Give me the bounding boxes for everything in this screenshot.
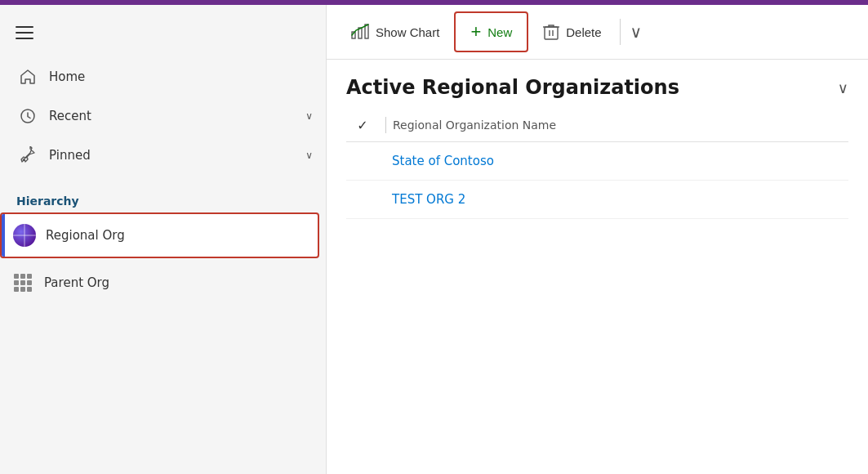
section-divider xyxy=(0,175,326,188)
show-chart-button[interactable]: Show Chart xyxy=(340,17,451,47)
regional-org-label: Regional Org xyxy=(46,228,125,243)
table-row[interactable]: TEST ORG 2 xyxy=(346,181,848,219)
column-separator xyxy=(385,117,386,133)
checkmark-icon: ✓ xyxy=(357,118,367,133)
chart-icon xyxy=(351,24,369,40)
header-check: ✓ xyxy=(346,118,379,133)
plus-icon: + xyxy=(470,21,481,42)
delete-button[interactable]: Delete xyxy=(532,16,612,47)
hamburger-line-3 xyxy=(16,38,33,39)
sidebar-item-home-label: Home xyxy=(49,69,313,84)
svg-rect-5 xyxy=(545,27,558,39)
hamburger-line-1 xyxy=(16,26,33,28)
page-title-chevron-icon[interactable]: ∨ xyxy=(838,79,848,96)
grid-icon xyxy=(10,270,36,296)
more-options-button[interactable]: ∨ xyxy=(627,16,646,48)
sidebar-item-regional-org[interactable]: Regional Org xyxy=(0,212,319,258)
app-container: Home Recent ∨ Pinned ∨ xyxy=(0,5,868,474)
table-row[interactable]: State of Contoso xyxy=(346,142,848,181)
new-button-label: New xyxy=(487,25,512,39)
sidebar-item-recent-label: Recent xyxy=(49,109,305,123)
hamburger-button[interactable] xyxy=(7,15,42,51)
page-header: Active Regional Organizations ∨ xyxy=(327,60,868,109)
hierarchy-section-label: Hierarchy xyxy=(0,188,326,211)
sidebar-item-home[interactable]: Home xyxy=(0,57,326,96)
sidebar-item-recent[interactable]: Recent ∨ xyxy=(0,96,326,136)
delete-icon xyxy=(543,23,559,41)
delete-button-label: Delete xyxy=(566,25,601,39)
sidebar: Home Recent ∨ Pinned ∨ xyxy=(0,5,327,474)
column-header-name: Regional Organization Name xyxy=(393,118,556,132)
page-title: Active Regional Organizations xyxy=(346,76,831,99)
svg-rect-4 xyxy=(365,25,368,38)
parent-org-label: Parent Org xyxy=(44,275,109,290)
clock-icon xyxy=(16,105,39,127)
data-table: ✓ Regional Organization Name State of Co… xyxy=(327,109,868,474)
show-chart-label: Show Chart xyxy=(376,25,439,39)
active-indicator xyxy=(2,214,5,257)
pin-icon xyxy=(16,144,39,167)
row-2-name[interactable]: TEST ORG 2 xyxy=(379,192,465,207)
pinned-chevron-icon: ∨ xyxy=(305,150,313,161)
sidebar-item-pinned-label: Pinned xyxy=(49,148,305,163)
sidebar-item-parent-org[interactable]: Parent Org xyxy=(0,262,319,304)
sidebar-item-pinned[interactable]: Pinned ∨ xyxy=(0,136,326,175)
new-button[interactable]: + New xyxy=(454,11,528,52)
globe-icon xyxy=(11,222,38,248)
toolbar-divider xyxy=(620,19,621,45)
main-content: Show Chart + New Delete xyxy=(327,5,868,474)
recent-chevron-icon: ∨ xyxy=(305,110,313,122)
hamburger-line-2 xyxy=(16,32,33,34)
row-1-name[interactable]: State of Contoso xyxy=(379,154,494,168)
home-icon xyxy=(16,65,39,88)
table-header: ✓ Regional Organization Name xyxy=(346,109,848,142)
toolbar: Show Chart + New Delete xyxy=(327,5,868,60)
